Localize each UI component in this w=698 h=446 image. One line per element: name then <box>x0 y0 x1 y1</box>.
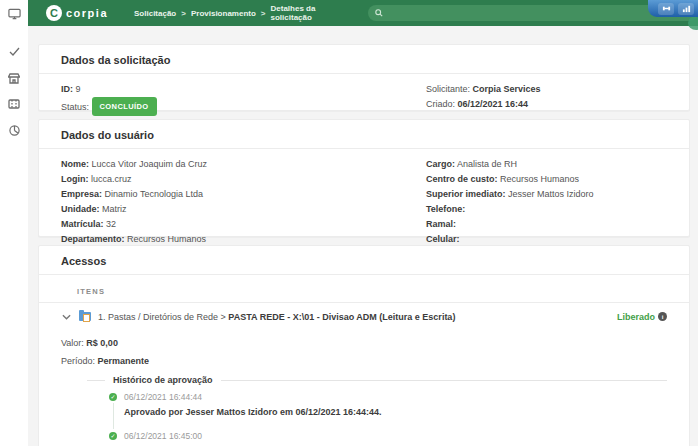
approved-check-icon: ✓ <box>109 432 117 440</box>
field-label: Login: <box>61 174 89 184</box>
network-folder-icon <box>79 311 92 322</box>
divider <box>87 380 105 381</box>
breadcrumb-separator: > <box>261 9 266 18</box>
user-data-card: Dados do usuário Nome: Lucca Vitor Joaqu… <box>38 119 690 237</box>
user-field-row: Login: lucca.cruz <box>61 172 426 187</box>
requester-value: Corpia Services <box>473 84 541 94</box>
request-card-title: Dados da solicitação <box>39 45 689 73</box>
field-label: Unidade: <box>61 204 100 214</box>
session-avatar <box>688 16 698 30</box>
user-field-row: Nome: Lucca Vitor Joaquim da Cruz <box>61 157 426 172</box>
user-field-row: Empresa: Dinamio Tecnologia Ltda <box>61 187 426 202</box>
signal-bars-icon[interactable] <box>678 3 694 15</box>
field-label: Cargo: <box>426 159 455 169</box>
breadcrumb-provisionamento[interactable]: Provisionamento <box>191 9 256 18</box>
breadcrumb: Solicitação > Provisionamento > Detalhes… <box>134 4 352 22</box>
request-right-column: Solicitante: Corpia Services Criado: 06/… <box>426 82 667 116</box>
status-label: Status: <box>61 102 89 112</box>
accesses-card: Acessos ITENS 1. Pastas / Diretórios de … <box>38 245 690 446</box>
approved-check-icon: ✓ <box>109 393 117 401</box>
created-row: Criado: 06/12/2021 16:44 <box>426 97 667 112</box>
request-id-row: ID: 9 <box>61 82 426 97</box>
created-label: Criado: <box>426 99 455 109</box>
ticket-icon[interactable] <box>0 92 28 116</box>
accesses-card-title: Acessos <box>39 246 689 274</box>
field-value: Jesser Mattos Izidoro <box>508 189 594 199</box>
field-label: Telefone: <box>426 204 465 214</box>
corpia-logo-text: corpia <box>66 7 108 19</box>
status-badge: CONCLUÍDO <box>92 97 157 116</box>
user-field-row: Ramal: <box>426 217 667 232</box>
divider <box>221 380 667 381</box>
field-label: Departamento: <box>61 234 125 244</box>
field-value: Dinamio Tecnologia Ltda <box>105 189 203 199</box>
corpia-logo-icon: C <box>46 5 62 21</box>
field-label: Nome: <box>61 159 89 169</box>
field-value: 32 <box>106 219 116 229</box>
access-item-details: Valor: R$ 0,00 Período: Permanente Histó… <box>39 330 689 446</box>
access-item-prefix: 1. Pastas / Diretórios de Rede > <box>98 312 228 322</box>
request-status-row: Status: CONCLUÍDO <box>61 97 426 116</box>
period-value: Permanente <box>98 356 150 366</box>
field-value: Matriz <box>102 204 127 214</box>
period-label: Período: <box>61 356 95 366</box>
value-amount: R$ 0,00 <box>86 338 118 348</box>
requester-label: Solicitante: <box>426 84 470 94</box>
field-value: Analista de RH <box>457 159 517 169</box>
period-row: Período: Permanente <box>61 352 667 370</box>
user-field-row: Unidade: Matriz <box>61 202 426 217</box>
timeline-timestamp: 06/12/2021 16:44:44 <box>124 392 667 402</box>
request-left-column: ID: 9 Status: CONCLUÍDO <box>61 82 426 116</box>
store-icon[interactable] <box>0 66 28 90</box>
field-value: Recursos Humanos <box>500 174 579 184</box>
info-icon[interactable]: i <box>658 312 667 321</box>
approval-history-header: Histórico de aprovação <box>87 375 667 385</box>
user-field-row: Centro de custo: Recursos Humanos <box>426 172 667 187</box>
created-value: 06/12/2021 16:44 <box>458 99 529 109</box>
items-column-header: ITENS <box>39 275 689 302</box>
id-value: 9 <box>76 84 81 94</box>
timeline-timestamp: 06/12/2021 16:45:00 <box>124 431 667 441</box>
check-icon[interactable] <box>0 40 28 64</box>
corpia-logo[interactable]: C corpia <box>46 5 108 21</box>
monitor-icon[interactable] <box>0 2 28 26</box>
value-label: Valor: <box>61 338 84 348</box>
user-field-row: Superior imediato: Jesser Mattos Izidoro <box>426 187 667 202</box>
user-field-row: Matrícula: 32 <box>61 217 426 232</box>
field-label: Empresa: <box>61 189 102 199</box>
request-data-card: Dados da solicitação ID: 9 Status: CONCL… <box>38 44 690 111</box>
pin-icon[interactable] <box>658 3 674 15</box>
value-row: Valor: R$ 0,00 <box>61 334 667 352</box>
field-value: lucca.cruz <box>91 174 132 184</box>
left-icon-rail <box>0 0 28 446</box>
field-value: Lucca Vitor Joaquim da Cruz <box>92 159 207 169</box>
search-icon <box>375 9 383 17</box>
access-status: Liberado i <box>617 312 667 322</box>
user-card-title: Dados do usuário <box>39 120 689 148</box>
id-label: ID: <box>61 84 73 94</box>
breadcrumb-separator: > <box>181 9 186 18</box>
field-label: Centro de custo: <box>426 174 498 184</box>
user-field-row: Cargo: Analista de RH <box>426 157 667 172</box>
access-item-row[interactable]: 1. Pastas / Diretórios de Rede > PASTA R… <box>39 303 689 330</box>
timeline-entry: ✓ 06/12/2021 16:44:44 Aprovado por Jesse… <box>109 392 667 418</box>
remote-session-toolbar <box>648 0 698 17</box>
access-item-name: PASTA REDE - X:\01 - Divisao ADM (Leitur… <box>228 312 455 322</box>
user-field-row: Telefone: <box>426 202 667 217</box>
search-input[interactable] <box>388 9 688 18</box>
field-value: Recursos Humanos <box>127 234 206 244</box>
field-label: Ramal: <box>426 219 456 229</box>
access-status-text: Liberado <box>617 312 655 322</box>
approval-history-title: Histórico de aprovação <box>113 375 213 385</box>
timeline-entry: ✓ 06/12/2021 16:45:00 Aprovado por Corpi… <box>109 431 667 446</box>
chevron-down-icon[interactable] <box>60 314 72 320</box>
breadcrumb-detalhes[interactable]: Detalhes da solicitação <box>271 4 353 22</box>
pie-chart-icon[interactable] <box>0 118 28 142</box>
access-item-label: 1. Pastas / Diretórios de Rede > PASTA R… <box>98 312 455 322</box>
top-navigation-bar: C corpia Solicitação > Provisionamento >… <box>28 0 698 26</box>
requester-row: Solicitante: Corpia Services <box>426 82 667 97</box>
field-label: Superior imediato: <box>426 189 506 199</box>
field-label: Matrícula: <box>61 219 104 229</box>
breadcrumb-solicitacao[interactable]: Solicitação <box>134 9 176 18</box>
timeline-message: Aprovado por Jesser Mattos Izidoro em 06… <box>124 406 667 418</box>
